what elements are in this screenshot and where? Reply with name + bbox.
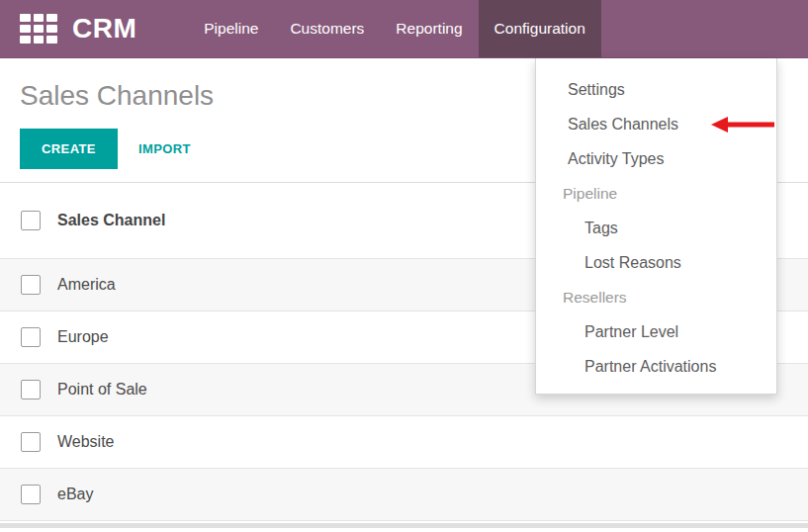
menu-item-label: Settings [568,81,625,99]
menu-section-label: Pipeline [563,185,617,203]
row-checkbox[interactable] [21,380,41,399]
table-row-ebay[interactable]: eBay [0,469,808,521]
configuration-dropdown-menu: Settings Sales Channels Activity Types P… [535,58,777,395]
menu-item-partner-level[interactable]: Partner Level [536,314,776,349]
row-label: Point of Sale [57,381,147,399]
table-bottom-border [0,523,808,528]
menu-section-pipeline: Pipeline [536,176,776,211]
menu-item-partner-activations[interactable]: Partner Activations [536,349,776,384]
create-button[interactable]: CREATE [20,129,118,169]
menu-item-sales-channels[interactable]: Sales Channels [536,107,776,141]
app-title: CRM [72,13,136,44]
menu-item-tags[interactable]: Tags [536,211,776,245]
menu-section-label: Resellers [563,289,627,307]
menu-item-activity-types[interactable]: Activity Types [536,141,776,176]
apps-grid-icon[interactable] [20,14,57,44]
menu-item-label: Tags [584,220,618,237]
row-checkbox[interactable] [21,327,41,347]
nav-item-reporting[interactable]: Reporting [380,0,478,57]
menu-item-label: Partner Activations [584,358,716,376]
select-all-checkbox[interactable] [21,211,41,230]
column-header-sales-channel[interactable]: Sales Channel [57,212,165,229]
nav-item-pipeline[interactable]: Pipeline [188,0,274,57]
menu-item-label: Partner Level [584,323,678,341]
red-arrow-icon [709,115,774,134]
nav-item-configuration[interactable]: Configuration [479,0,601,57]
menu-item-label: Lost Reasons [584,254,681,272]
row-label: eBay [57,486,93,503]
nav-item-customers[interactable]: Customers [274,0,380,57]
row-label: Europe [57,328,109,346]
row-checkbox[interactable] [21,275,41,295]
row-checkbox[interactable] [21,432,41,452]
navbar-menu: Pipeline Customers Reporting Configurati… [188,0,601,57]
table-row-website[interactable]: Website [0,416,808,469]
menu-item-lost-reasons[interactable]: Lost Reasons [536,245,776,280]
menu-item-label: Sales Channels [568,116,678,133]
row-label: America [57,276,116,294]
menu-item-label: Activity Types [568,150,665,168]
row-checkbox[interactable] [21,485,41,504]
import-button[interactable]: IMPORT [138,141,191,156]
row-label: Website [57,433,115,451]
top-navbar: CRM Pipeline Customers Reporting Configu… [0,0,808,58]
menu-section-resellers: Resellers [536,280,776,314]
menu-item-settings[interactable]: Settings [536,72,776,107]
